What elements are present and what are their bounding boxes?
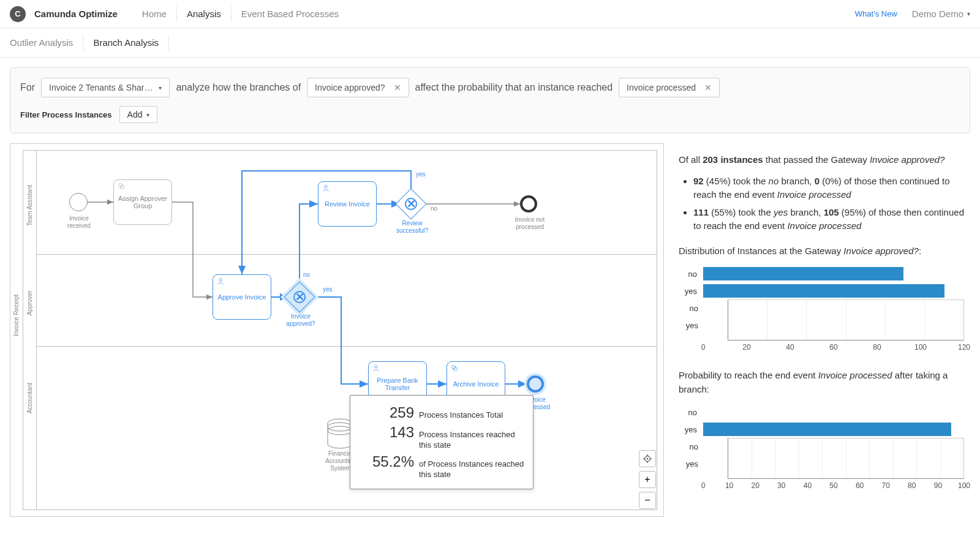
chart-bar xyxy=(703,267,903,280)
task-approve-invoice[interactable]: Approve Invoice xyxy=(213,274,271,320)
pool-label: Invoice Receipt xyxy=(13,168,20,462)
chart-tick: 10 xyxy=(725,481,733,490)
chart-category-label: no xyxy=(679,408,697,417)
analysis-branch-no: 92 (45%) took the no branch, 0 (0%) of t… xyxy=(693,175,964,202)
close-icon[interactable]: ✕ xyxy=(391,83,401,92)
process-select[interactable]: Invoice 2 Tenants & Shar… ▾ xyxy=(41,78,170,97)
chart-tick: 0 xyxy=(701,481,706,490)
task-label: Archive Invoice xyxy=(453,380,499,388)
chevron-down-icon: ▾ xyxy=(967,10,970,17)
stats-tooltip: 259Process Instances Total 143Process In… xyxy=(350,395,533,489)
label-for: For xyxy=(20,82,35,93)
subnav-branch-analysis[interactable]: Branch Analysis xyxy=(83,35,169,51)
chart-bar xyxy=(728,459,952,473)
task-assign-approver[interactable]: Assign Approver Group xyxy=(113,179,172,225)
nav-analysis[interactable]: Analysis xyxy=(176,6,231,22)
close-icon[interactable]: ✕ xyxy=(702,83,712,92)
chart-tick: 60 xyxy=(829,343,837,352)
flow-label-no: no xyxy=(431,205,437,212)
gateway-chip[interactable]: Invoice approved? ✕ xyxy=(307,78,409,97)
endevent-chip[interactable]: Invoice processed ✕ xyxy=(619,78,720,97)
chart-bar-row: no xyxy=(679,404,964,421)
task-label: Review Invoice xyxy=(325,200,370,208)
chart-tick: 70 xyxy=(882,481,890,490)
chart-category-label: no xyxy=(679,438,703,455)
chart-dist-title: Distribution of Instances at the Gateway… xyxy=(679,244,964,258)
user-menu[interactable]: Demo Demo ▾ xyxy=(912,9,970,19)
chart-tick: 120 xyxy=(958,343,970,352)
chart-category-label: yes xyxy=(679,425,697,434)
flow-label-yes: yes xyxy=(416,171,426,178)
bpmn-diagram[interactable]: Invoice Receipt Team Assistant Approver … xyxy=(10,143,664,517)
chart-bar-row: yes xyxy=(679,282,964,299)
chart-bar xyxy=(703,423,951,436)
chart-tick: 40 xyxy=(804,481,812,490)
svg-point-3 xyxy=(219,279,222,282)
nav-event-based-processes[interactable]: Event Based Processes xyxy=(231,6,349,22)
gateway-invoice-approved-label: Invoice approved? xyxy=(281,313,320,328)
zoom-out-button[interactable]: − xyxy=(639,492,656,509)
lane-approver: Approver xyxy=(26,266,33,340)
add-filter-button[interactable]: Add ▾ xyxy=(119,106,157,123)
whats-new-link[interactable]: What's New xyxy=(855,9,897,18)
gateway-chip-value: Invoice approved? xyxy=(315,83,385,92)
chart-axis: 020406080100120 xyxy=(703,343,964,354)
svg-point-2 xyxy=(325,186,328,189)
task-label: Approve Invoice xyxy=(218,293,266,301)
service-icon xyxy=(451,364,458,372)
chart-bar xyxy=(728,321,946,334)
analysis-intro: Of all 203 instances that passed the Gat… xyxy=(679,153,964,167)
chart-tick: 50 xyxy=(829,481,837,490)
chart-probability: noyesnoyes 0102030405060708090100 xyxy=(679,404,964,492)
analysis-branch-yes: 111 (55%) took the yes branch, 105 (95%)… xyxy=(693,206,964,233)
task-label: Assign Approver Group xyxy=(116,195,169,209)
start-event-label: Invoice received xyxy=(61,215,97,230)
chart-bar-row: no xyxy=(679,265,964,282)
zoom-in-button[interactable]: + xyxy=(639,471,656,488)
user-icon xyxy=(217,277,224,285)
zoom-controls: + − xyxy=(639,450,656,509)
tooltip-total-num: 259 xyxy=(359,404,414,421)
chart-tick: 60 xyxy=(856,481,864,490)
nav-home[interactable]: Home xyxy=(132,6,176,22)
chart-tick: 100 xyxy=(958,481,970,490)
chart-category-label: no xyxy=(679,269,697,279)
sub-navigation: Outlier Analysis Branch Analysis xyxy=(0,28,980,58)
topbar: C Camunda Optimize Home Analysis Event B… xyxy=(0,0,980,28)
chart-category-label: yes xyxy=(679,317,703,334)
tooltip-percent-text: of Process Instances reached this state xyxy=(419,459,524,480)
reset-view-button[interactable] xyxy=(639,450,656,467)
tooltip-total-text: Process Instances Total xyxy=(419,410,524,421)
top-navigation: Home Analysis Event Based Processes xyxy=(132,6,855,22)
chart-bar-row: yes xyxy=(679,421,964,438)
analysis-panel: Of all 203 instances that passed the Gat… xyxy=(664,143,970,517)
lane-team-assistant: Team Assistant xyxy=(26,162,33,248)
add-filter-label: Add xyxy=(127,110,143,119)
chart-category-label: no xyxy=(679,299,703,317)
end-event-not-processed-label: Invoice not processed xyxy=(508,216,552,231)
chevron-down-icon: ▾ xyxy=(159,85,162,91)
label-analyze: analyze how the branches of xyxy=(176,82,301,93)
tooltip-reached-text: Process Instances reached this state xyxy=(419,430,524,451)
filter-label: Filter Process Instances xyxy=(20,110,112,119)
target-icon xyxy=(643,454,652,463)
task-review-invoice[interactable]: Review Invoice xyxy=(318,181,377,227)
end-event-not-processed[interactable] xyxy=(520,195,537,213)
user-icon xyxy=(372,364,380,372)
chart-bar xyxy=(703,284,944,298)
chart-tick: 20 xyxy=(752,481,760,490)
subnav-outlier-analysis[interactable]: Outlier Analysis xyxy=(10,35,83,51)
analysis-controls: For Invoice 2 Tenants & Shar… ▾ analyze … xyxy=(10,67,970,134)
task-label: Prepare Bank Transfer xyxy=(371,377,424,391)
chart-prob-title: Probability to reach the end event Invoi… xyxy=(679,369,964,396)
chevron-down-icon: ▾ xyxy=(146,111,149,118)
endevent-chip-value: Invoice processed xyxy=(627,83,696,92)
start-event[interactable] xyxy=(69,193,88,211)
chart-tick: 0 xyxy=(701,343,706,352)
end-event-processed[interactable] xyxy=(527,375,544,393)
gateway-review-label: Review successful? xyxy=(393,220,432,235)
lane-accountant: Accountant xyxy=(26,358,33,438)
logo-icon: C xyxy=(10,6,26,22)
chart-axis: 0102030405060708090100 xyxy=(703,481,964,492)
chart-tick: 30 xyxy=(777,481,785,490)
